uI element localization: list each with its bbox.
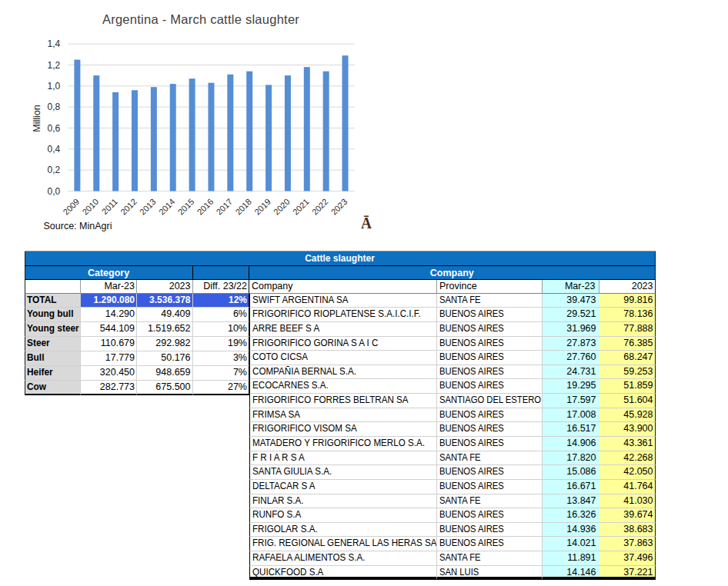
svg-text:0,8: 0,8 [48,102,61,112]
svg-text:Million: Million [32,105,42,132]
svg-text:2019: 2019 [252,197,272,217]
svg-text:2013: 2013 [138,197,158,217]
svg-text:2016: 2016 [195,197,215,217]
svg-text:2018: 2018 [233,197,253,217]
svg-text:1,4: 1,4 [48,38,61,49]
svg-text:2015: 2015 [176,197,196,217]
svg-text:2020: 2020 [272,197,292,217]
svg-text:2009: 2009 [62,197,82,217]
svg-text:0,0: 0,0 [48,186,61,197]
svg-text:2017: 2017 [214,197,234,217]
svg-text:2011: 2011 [100,197,119,216]
svg-text:1,0: 1,0 [48,81,61,92]
svg-text:Source: MinAgri: Source: MinAgri [44,221,112,231]
svg-text:2022: 2022 [310,197,330,217]
svg-text:Argentina - March cattle slaug: Argentina - March cattle slaughter [102,12,299,26]
svg-text:2023: 2023 [329,197,349,217]
svg-text:0,6: 0,6 [48,123,61,134]
svg-text:2010: 2010 [80,197,100,217]
svg-text:2014: 2014 [157,197,177,217]
svg-text:2012: 2012 [119,197,139,217]
svg-text:1,2: 1,2 [48,60,61,71]
svg-text:0,2: 0,2 [48,165,61,175]
svg-text:2021: 2021 [291,197,311,217]
svg-text:0,4: 0,4 [48,144,61,155]
